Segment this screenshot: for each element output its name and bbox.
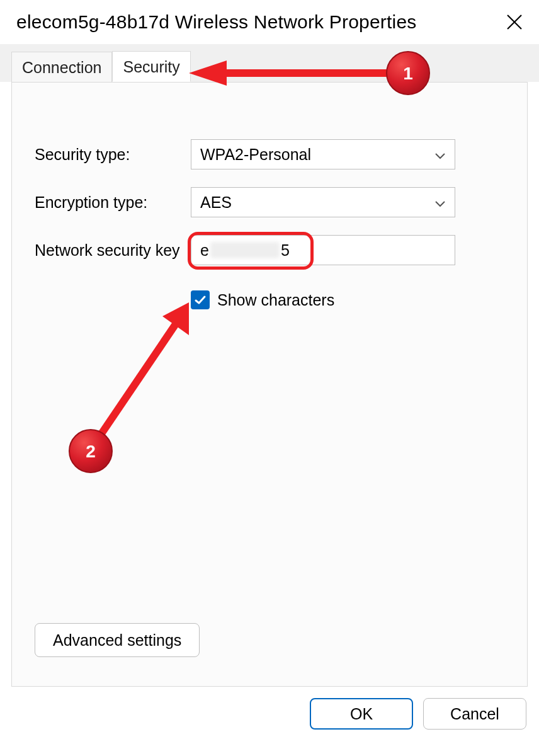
check-icon xyxy=(194,294,207,306)
encryption-type-select[interactable]: AES xyxy=(191,187,455,217)
network-key-suffix: 5 xyxy=(281,241,290,260)
window-title: elecom5g-48b17d Wireless Network Propert… xyxy=(16,11,417,33)
encryption-type-label: Encryption type: xyxy=(35,193,191,212)
tab-security[interactable]: Security xyxy=(112,51,190,82)
advanced-settings-button[interactable]: Advanced settings xyxy=(35,623,200,657)
encryption-type-value: AES xyxy=(200,193,232,212)
security-type-label: Security type: xyxy=(35,146,191,164)
close-button[interactable] xyxy=(502,10,526,34)
network-key-label: Network security key xyxy=(35,241,191,260)
network-key-redacted xyxy=(210,242,280,258)
tab-connection[interactable]: Connection xyxy=(11,52,112,83)
show-characters-label: Show characters xyxy=(217,291,334,309)
tab-strip: Connection Security xyxy=(0,44,539,82)
ok-button[interactable]: OK xyxy=(310,698,413,730)
show-characters-row[interactable]: Show characters xyxy=(191,290,504,309)
show-characters-checkbox[interactable] xyxy=(191,290,210,309)
cancel-button[interactable]: Cancel xyxy=(423,698,526,730)
chevron-down-icon xyxy=(434,146,446,164)
security-panel: Security type: WPA2-Personal Encryption … xyxy=(11,82,528,687)
security-type-value: WPA2-Personal xyxy=(200,146,311,164)
close-icon xyxy=(506,13,523,31)
network-key-prefix: e xyxy=(200,241,209,260)
chevron-down-icon xyxy=(434,193,446,212)
network-key-input[interactable]: e 5 xyxy=(191,235,455,265)
security-type-select[interactable]: WPA2-Personal xyxy=(191,139,455,169)
